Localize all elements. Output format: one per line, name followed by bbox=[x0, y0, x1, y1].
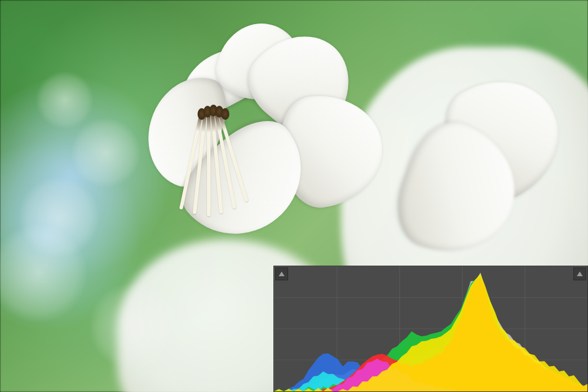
histogram-chart bbox=[274, 266, 587, 391]
triangle-up-icon bbox=[576, 270, 583, 277]
stamen bbox=[207, 112, 211, 216]
anther bbox=[221, 108, 229, 120]
shadow-clipping-toggle[interactable] bbox=[275, 267, 288, 280]
bokeh-circle bbox=[35, 71, 94, 129]
svg-marker-0 bbox=[279, 272, 285, 276]
stamen-cluster bbox=[200, 112, 201, 112]
histogram-panel bbox=[273, 266, 588, 392]
bokeh-circle bbox=[71, 118, 141, 188]
highlight-clipping-toggle[interactable] bbox=[573, 267, 586, 280]
image-preview bbox=[0, 0, 588, 392]
triangle-up-icon bbox=[278, 270, 285, 277]
svg-marker-1 bbox=[577, 272, 583, 276]
